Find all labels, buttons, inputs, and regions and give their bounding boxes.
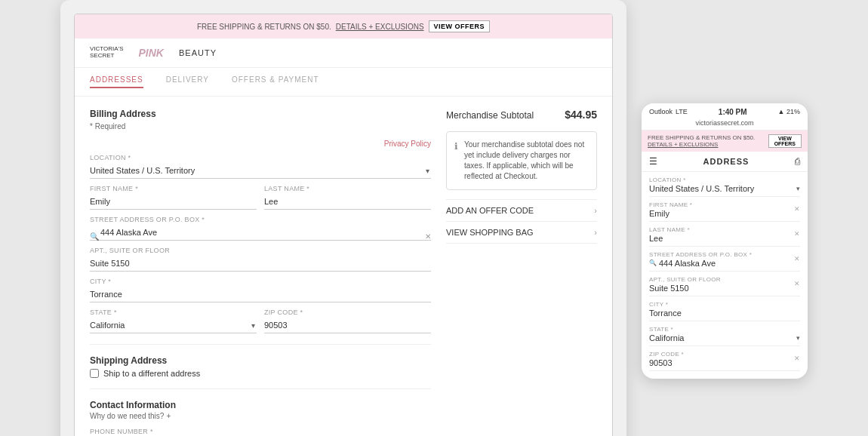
contact-title: Contact Information bbox=[90, 400, 431, 410]
first-name-field: FIRST NAME * bbox=[90, 185, 257, 210]
first-name-input[interactable] bbox=[90, 194, 257, 210]
phone-clear-first-name-icon[interactable]: ✕ bbox=[794, 205, 800, 213]
phone-label: Phone Number * bbox=[90, 428, 431, 435]
order-summary: Merchandise Subtotal $44.95 ℹ Your merch… bbox=[446, 109, 597, 436]
phone-clear-last-name-icon[interactable]: ✕ bbox=[794, 230, 800, 238]
phone-location-select-wrapper: United States / U.S. Territory bbox=[649, 184, 800, 193]
street-input[interactable] bbox=[90, 225, 431, 241]
time-display: 1:40 PM bbox=[719, 108, 747, 116]
state-field: STATE * California bbox=[90, 309, 257, 333]
search-icon: 🔍 bbox=[90, 232, 99, 241]
divider-2 bbox=[90, 388, 431, 389]
view-offers-button[interactable]: VIEW OFFERS bbox=[429, 20, 491, 32]
phone-menu-icon[interactable]: ☰ bbox=[649, 156, 657, 167]
promo-banner: FREE SHIPPING & RETURNS ON $50. DETAILS … bbox=[75, 14, 612, 38]
name-row: FIRST NAME * LAST NAME * bbox=[90, 185, 431, 210]
view-bag-label: VIEW SHOPPING BAG bbox=[446, 228, 534, 237]
nav-pink[interactable]: PINK bbox=[139, 47, 164, 59]
checkout-steps: ADDRESSES DELIVERY OFFERS & PAYMENT bbox=[75, 68, 612, 97]
phone-state-field: STATE * California bbox=[649, 321, 800, 346]
phone-city-value[interactable]: Torrance bbox=[649, 309, 800, 318]
phone-first-name-field: FIRST NAME * Emily ✕ bbox=[649, 197, 800, 222]
state-label: STATE * bbox=[90, 309, 257, 316]
apt-input[interactable] bbox=[90, 256, 431, 272]
phone-state-select-wrapper: California bbox=[649, 333, 800, 342]
phone-zip-value[interactable]: 90503 bbox=[649, 358, 800, 367]
phone-row: Phone Number * bbox=[90, 428, 431, 436]
network-text: LTE bbox=[676, 108, 688, 115]
main-nav: VICTORIA'S SECRET PINK BEAUTY bbox=[75, 38, 612, 68]
phone-location-label: LOCATION * bbox=[649, 177, 800, 183]
location-select[interactable]: United States / U.S. Territory bbox=[90, 163, 431, 179]
step-delivery[interactable]: DELIVERY bbox=[166, 75, 209, 88]
location-label: LOCATION * bbox=[90, 154, 431, 161]
banner-exclusions-link[interactable]: DETAILS + EXCLUSIONS bbox=[336, 23, 424, 31]
why-link[interactable]: Why do we need this? + bbox=[90, 412, 431, 420]
phone-clear-zip-icon[interactable]: ✕ bbox=[794, 355, 800, 362]
phone-location-value[interactable]: United States / U.S. Territory bbox=[649, 184, 800, 193]
phone-last-name-field: LAST NAME * Lee ✕ bbox=[649, 222, 800, 247]
phone-clear-street-icon[interactable]: ✕ bbox=[794, 255, 800, 263]
chevron-right-icon: › bbox=[594, 206, 597, 215]
contact-section: Contact Information Why do we need this?… bbox=[90, 400, 431, 436]
add-offer-label: ADD AN OFFER CODE bbox=[446, 206, 534, 215]
why-text: Why do we need this? bbox=[90, 412, 164, 420]
clear-street-icon[interactable]: ✕ bbox=[425, 232, 431, 241]
step-offers-payment[interactable]: OFFERS & PAYMENT bbox=[232, 75, 319, 88]
phone-device: Outlook LTE 1:40 PM ▲ 21% victoriassecre… bbox=[642, 103, 808, 379]
privacy-policy-link[interactable]: Privacy Policy bbox=[90, 140, 431, 148]
nav-beauty[interactable]: BEAUTY bbox=[179, 48, 217, 57]
info-box: ℹ Your merchandise subtotal does not yet… bbox=[446, 131, 597, 190]
phone-apt-field: APT., SUITE OR FLOOR Suite 5150 ✕ bbox=[649, 272, 800, 296]
ship-different-checkbox[interactable] bbox=[90, 369, 99, 378]
phone-zip-label: ZIP CODE * bbox=[649, 351, 800, 358]
view-bag-row[interactable]: VIEW SHOPPING BAG › bbox=[446, 221, 597, 244]
phone-last-name-value[interactable]: Lee bbox=[649, 234, 800, 243]
phone-zip-field: ZIP CODE * 90503 ✕ bbox=[649, 346, 800, 371]
plus-icon: + bbox=[166, 412, 171, 420]
phone-street-value[interactable]: 444 Alaska Ave bbox=[659, 259, 716, 268]
phone-banner-text: FREE SHIPPING & RETURNS ON $50. DETAILS … bbox=[648, 134, 768, 148]
last-name-input[interactable] bbox=[264, 194, 431, 210]
phone-state-value[interactable]: California bbox=[649, 333, 800, 342]
phone-view-offers-button[interactable]: VIEW OFFERS bbox=[768, 134, 802, 148]
add-offer-row[interactable]: ADD AN OFFER CODE › bbox=[446, 199, 597, 221]
carrier-text: Outlook bbox=[649, 108, 673, 115]
phone-status-bar: Outlook LTE 1:40 PM ▲ 21% bbox=[642, 103, 808, 118]
phone-location-field: LOCATION * United States / U.S. Territor… bbox=[649, 172, 800, 197]
phone-share-icon[interactable]: ⎙ bbox=[795, 156, 800, 167]
state-select[interactable]: California bbox=[90, 318, 257, 333]
state-zip-row: STATE * California ZIP CODE * bbox=[90, 309, 431, 333]
zip-input[interactable] bbox=[264, 318, 431, 333]
apt-field: APT., SUITE OR FLOOR bbox=[90, 247, 431, 272]
status-right: ▲ 21% bbox=[778, 108, 800, 115]
phone-last-name-label: LAST NAME * bbox=[649, 226, 800, 233]
phone-clear-apt-icon[interactable]: ✕ bbox=[794, 280, 800, 287]
street-row: STREET ADDRESS OR P.O. BOX * 🔍 ✕ bbox=[90, 216, 431, 241]
ship-different-label[interactable]: Ship to a different address bbox=[90, 369, 431, 378]
billing-address-title: Billing Address bbox=[90, 109, 431, 119]
phone-url-bar[interactable]: victoriassecret.com bbox=[642, 118, 808, 130]
location-select-wrapper: United States / U.S. Territory bbox=[90, 163, 431, 179]
info-text: Your merchandise subtotal does not yet i… bbox=[464, 140, 589, 182]
apt-label: APT., SUITE OR FLOOR bbox=[90, 247, 431, 254]
battery-icon: ▲ 21% bbox=[778, 108, 800, 115]
last-name-label: LAST NAME * bbox=[264, 185, 431, 192]
step-addresses[interactable]: ADDRESSES bbox=[90, 75, 143, 88]
banner-text: FREE SHIPPING & RETURNS ON $50. bbox=[197, 23, 331, 31]
laptop-device: FREE SHIPPING & RETURNS ON $50. DETAILS … bbox=[60, 0, 626, 436]
phone-state-label: STATE * bbox=[649, 326, 800, 333]
phone-banner-link[interactable]: DETAILS + EXCLUSIONS bbox=[648, 141, 718, 148]
status-left: Outlook LTE bbox=[649, 108, 688, 115]
phone-city-field: CITY * Torrance bbox=[649, 296, 800, 321]
phone-apt-value[interactable]: Suite 5150 bbox=[649, 284, 800, 293]
info-icon: ℹ bbox=[454, 140, 458, 182]
city-label: CITY * bbox=[90, 278, 431, 285]
city-input[interactable] bbox=[90, 287, 431, 302]
chevron-right-icon-2: › bbox=[594, 228, 597, 237]
phone-field: Phone Number * bbox=[90, 428, 431, 436]
location-row: LOCATION * United States / U.S. Territor… bbox=[90, 154, 431, 179]
phone-first-name-value[interactable]: Emily bbox=[649, 209, 800, 218]
phone-apt-label: APT., SUITE OR FLOOR bbox=[649, 276, 800, 283]
phone-city-label: CITY * bbox=[649, 301, 800, 308]
